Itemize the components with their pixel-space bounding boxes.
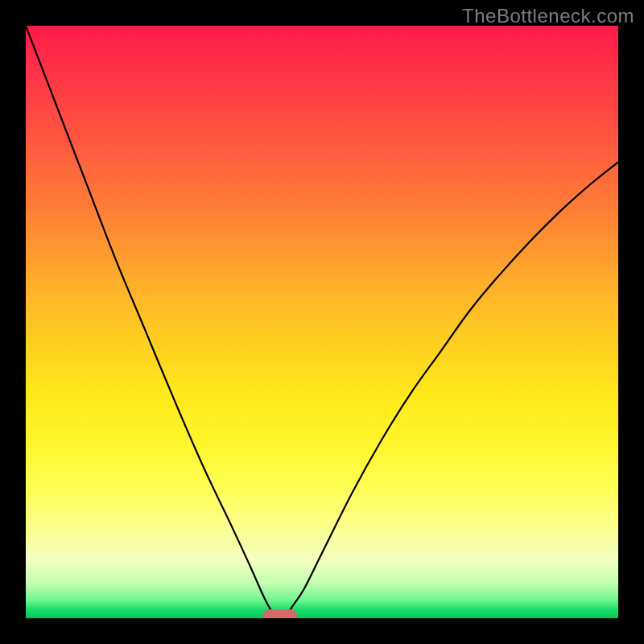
watermark-text: TheBottleneck.com: [462, 5, 634, 27]
curve-layer: [26, 26, 618, 618]
bottleneck-marker: [263, 609, 297, 618]
chart-frame: TheBottleneck.com: [0, 0, 644, 644]
right-curve: [287, 162, 618, 615]
plot-area: [26, 26, 618, 618]
left-curve: [26, 26, 275, 615]
